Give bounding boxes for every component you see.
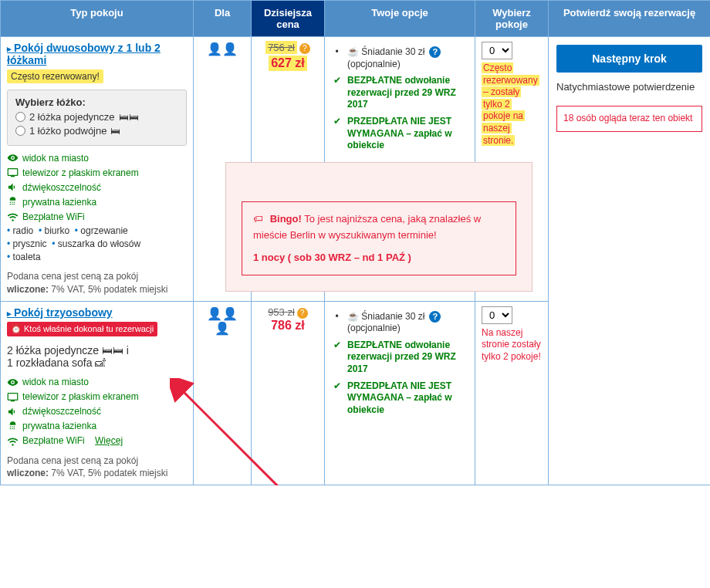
opt-cancellation: ✔ BEZPŁATNE odwołanie rezerwacji przed 2… [331, 75, 468, 111]
room1-price-note: Podana cena jest ceną za pokój wliczone:… [7, 270, 187, 296]
feature-soundproof: dźwiękoszczelność [7, 406, 187, 417]
opt-prepay: ✔ PRZEDPŁATA NIE JEST WYMAGANA – zapłać … [331, 380, 468, 417]
room2-qty-select[interactable]: 0 [482, 306, 512, 324]
room1-type-cell: Pokój dwuosobowy z 1 lub 2 łóżkami Częst… [1, 37, 194, 302]
price-help-icon[interactable]: ? [299, 43, 310, 54]
eye-icon [7, 152, 19, 164]
feature-soundproof: dźwiękoszczelność [7, 181, 187, 193]
feature-tv: telewizor z płaskim ekranem [7, 167, 187, 178]
breakfast-help-icon[interactable]: ? [429, 311, 441, 323]
bed-radio-twin[interactable] [15, 112, 25, 122]
sound-icon [7, 406, 19, 417]
room2-type-cell: Pokój trzyosobowy ⏰Ktoś właśnie dokonał … [1, 301, 194, 485]
room1-badge: Często rezerwowany! [7, 69, 103, 83]
room2-price-new: 786 zł [271, 319, 305, 332]
room2-scarcity-msg: Na naszej stronie zostały tylko 2 pokoje… [482, 327, 542, 363]
twin-bed-icon: 🛏🛏 [119, 111, 139, 123]
header-price: Dzisiejsza cena [252, 1, 325, 37]
feature-tv: telewizor z płaskim ekranem [7, 391, 187, 403]
tv-icon [7, 167, 19, 178]
breakfast-help-icon[interactable]: ? [429, 46, 441, 58]
sound-icon [7, 181, 19, 193]
next-step-button[interactable]: Następny krok [556, 45, 702, 73]
header-confirm: Potwierdź swoją rezerwację [549, 1, 711, 37]
tv-icon [7, 391, 19, 403]
more-link[interactable]: Więcej [95, 435, 123, 446]
facilities-row-2: • prysznic • suszarka do włosów [7, 238, 187, 249]
instant-confirm-text: Natychmiastowe potwierdzenie [556, 80, 702, 94]
room1-price-old: 756 zł [265, 41, 297, 54]
room2-price-cell: 953 zł? 786 zł [252, 301, 325, 485]
opt-breakfast: • ☕ Śniadanie 30 zł(opcjonalnie) ? [331, 311, 468, 335]
room2-price-old: 953 zł [268, 306, 295, 318]
facilities-row-3: • toaleta [7, 252, 187, 262]
shower-icon [7, 196, 19, 208]
viewers-alert: 18 osób ogląda teraz ten obiekt [556, 106, 702, 132]
bed-option-twin[interactable]: 2 łóżka pojedyncze 🛏🛏 [15, 111, 178, 123]
twin-bed-icon: 🛏🛏 [102, 344, 123, 357]
price-help-icon[interactable]: ? [297, 308, 308, 319]
room2-price-note: Podana cena jest ceną za pokój wliczone:… [7, 455, 187, 481]
bingo-box: 🏷 Bingo! To jest najniższa cena, jaką zn… [242, 201, 516, 275]
opt-cancellation: ✔ BEZPŁATNE odwołanie rezerwacji przed 2… [331, 340, 468, 376]
feature-bathroom: prywatna łazienka [7, 421, 187, 432]
confirm-cell: Następny krok Natychmiastowe potwierdzen… [549, 37, 711, 485]
header-options: Twoje opcje [325, 1, 475, 37]
bingo-nights: 1 nocy ( sob 30 WRZ – nd 1 PAŹ ) [253, 250, 505, 266]
tag-icon: 🏷 [253, 211, 263, 228]
shower-icon [7, 421, 19, 432]
header-room-type: Typ pokoju [1, 1, 194, 37]
room2-occupancy: 👤👤👤 [194, 301, 252, 485]
feature-wifi: Bezpłatne WiFi [7, 211, 187, 222]
room1-qty-select[interactable]: 0 [482, 42, 512, 59]
opt-prepay: ✔ PRZEDPŁATA NIE JEST WYMAGANA – zapłać … [331, 116, 468, 152]
room1-price-new: 627 zł [269, 56, 307, 71]
room1-scarcity-msg: Często rezerwowany – zostały tylko 2 pok… [482, 63, 542, 147]
double-bed-icon: 🛏 [110, 125, 120, 137]
bed-heading: Wybierz łóżko: [15, 96, 178, 108]
wifi-icon [7, 435, 19, 447]
feature-city-view: widok na miasto [7, 152, 187, 164]
facilities-row-1: • radio • biurko • ogrzewanie [7, 225, 187, 236]
room2-select-cell: 0 Na naszej stronie zostały tylko 2 poko… [475, 301, 549, 485]
opt-breakfast: • ☕ Śniadanie 30 zł(opcjonalnie) ? [331, 46, 468, 70]
header-for: Dla [194, 1, 252, 37]
bed-option-double[interactable]: 1 łóżko podwójne 🛏 [15, 125, 178, 137]
room2-options-cell: • ☕ Śniadanie 30 zł(opcjonalnie) ? ✔ BEZ… [325, 301, 475, 485]
room1-link[interactable]: Pokój dwuosobowy z 1 lub 2 łóżkami [7, 42, 161, 66]
feature-bathroom: prywatna łazienka [7, 196, 187, 208]
eye-icon [7, 377, 19, 388]
room2-bed-config: 2 łóżka pojedyncze 🛏🛏 i 1 rozkładana sof… [7, 344, 187, 369]
bed-select-box: Wybierz łóżko: 2 łóżka pojedyncze 🛏🛏 1 ł… [7, 90, 187, 146]
feature-city-view: widok na miasto [7, 377, 187, 388]
room2-badge: ⏰Ktoś właśnie dokonał tu rezerwacji [7, 322, 157, 336]
clock-icon: ⏰ [11, 324, 22, 334]
wifi-icon [7, 211, 19, 222]
room2-link[interactable]: Pokój trzyosobowy [7, 306, 113, 319]
bingo-overlay: 🏷 Bingo! To jest najniższa cena, jaką zn… [225, 162, 532, 292]
header-select: Wybierz pokoje [475, 1, 549, 37]
sofa-icon: 🛋 [95, 357, 106, 369]
bed-radio-double[interactable] [15, 126, 25, 136]
feature-wifi: Bezpłatne WiFi Więcej [7, 435, 187, 447]
